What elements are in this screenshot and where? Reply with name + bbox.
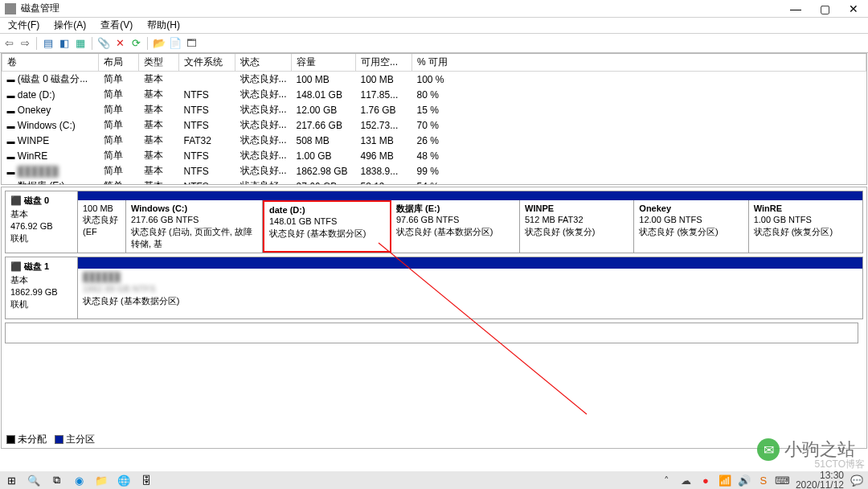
menu-file[interactable]: 文件(F) [5,18,43,32]
disk-layout-area: ⬛ 磁盘 0 基本 476.92 GB 联机 100 MB状态良好 (EFWin… [1,187,867,449]
disk0-partition[interactable]: 数据库 (E:)97.66 GB NTFS状态良好 (基本数据分区) [391,200,520,253]
rescan-icon[interactable]: 📎 [96,36,111,51]
col-type[interactable]: 类型 [139,54,179,72]
tray-volume-icon[interactable]: 🔊 [738,474,751,487]
legend-primary-icon [55,435,63,444]
clock-date: 2020/11/12 [796,479,844,489]
separator [36,37,37,50]
disk1-partition[interactable]: ██████ 1862.98 GB NTFS 状态良好 (基本数据分区) [78,269,862,318]
maximize-button[interactable]: ▢ [810,0,839,18]
disk1-bar [78,257,862,269]
disk-mgmt-taskbar-icon[interactable]: 🗄 [140,474,153,487]
col-capacity[interactable]: 容量 [292,54,356,72]
disk1-part-line1: 1862.98 GB NTFS [83,284,156,294]
tray-app-icon[interactable]: S [757,474,770,487]
separator [92,37,92,50]
disk1-kind: 基本 [10,275,28,285]
view-list-icon[interactable]: ▦ [73,36,88,51]
edge-icon[interactable]: ◉ [72,474,85,487]
disk0-kind: 基本 [10,209,28,219]
disk1-state: 联机 [10,299,28,309]
taskbar: ⊞ 🔍 ⧉ ◉ 📁 🌐 🗄 ˄ ☁ ● 📶 🔊 S ⌨ 13:30 2020/1… [0,471,868,489]
volume-row[interactable]: ▬ (磁盘 0 磁盘分...简单基本状态良好...100 MB100 MB100… [2,72,866,88]
delete-icon[interactable]: ✕ [113,36,127,51]
disk-row-0[interactable]: ⬛ 磁盘 0 基本 476.92 GB 联机 100 MB状态良好 (EFWin… [5,191,863,253]
title-bar: 磁盘管理 — ▢ ✕ [0,0,868,18]
legend: 未分配 主分区 [6,433,95,446]
col-fs[interactable]: 文件系统 [179,54,235,72]
tray-wifi-icon[interactable]: 📶 [719,474,731,487]
help-icon[interactable]: 🗔 [184,36,199,51]
disk1-part-title: ██████ [83,272,121,281]
separator [147,37,148,50]
disk1-name: 磁盘 1 [24,261,49,271]
forward-icon[interactable]: ⇨ [18,36,32,51]
disk-empty-area [5,323,858,343]
window-title: 磁盘管理 [21,2,781,15]
disk-row-1[interactable]: ⬛ 磁盘 1 基本 1862.99 GB 联机 ██████ 1862.98 G… [5,257,863,319]
disk0-bar [78,191,862,200]
volume-row[interactable]: ▬ ██████简单基本NTFS状态良好...1862.98 GB1838.9.… [2,163,866,179]
disk-icon[interactable]: 📂 [152,36,166,51]
volume-row[interactable]: ▬ WINPE简单基本FAT32状态良好...508 MB131 MB26 % [2,133,866,148]
disk0-partition[interactable]: WINPE512 MB FAT32状态良好 (恢复分) [520,200,634,253]
disk0-state: 联机 [10,233,28,243]
col-status[interactable]: 状态 [235,54,292,72]
col-pct[interactable]: % 可用 [412,54,866,72]
disk1-size: 1862.99 GB [10,287,58,297]
disk0-partition[interactable]: Onekey12.00 GB NTFS状态良好 (恢复分区) [634,200,748,253]
tray-up-icon[interactable]: ˄ [661,474,674,487]
menu-help[interactable]: 帮助(H) [144,18,183,32]
back-icon[interactable]: ⇦ [2,36,16,51]
close-button[interactable]: ✕ [839,0,868,18]
volume-list[interactable]: 卷 布局 类型 文件系统 状态 容量 可用空... % 可用 ▬ (磁盘 0 磁… [1,53,867,185]
menu-bar: 文件(F) 操作(A) 查看(V) 帮助(H) [0,18,868,34]
volume-row[interactable]: ▬ WinRE简单基本NTFS状态良好...1.00 GB496 MB48 % [2,148,866,163]
minimize-button[interactable]: — [781,0,810,18]
tray-ime-icon[interactable]: ⌨ [776,474,789,487]
wechat-icon: ✉ [757,438,780,461]
col-free[interactable]: 可用空... [356,54,412,72]
clock[interactable]: 13:30 2020/11/12 [796,471,844,489]
menu-action[interactable]: 操作(A) [51,18,89,32]
col-layout[interactable]: 布局 [99,54,139,72]
toolbar: ⇦ ⇨ ▤ ◧ ▦ 📎 ✕ ⟳ 📂 📄 🗔 [0,34,868,53]
disk0-partition[interactable]: WinRE1.00 GB NTFS状态良好 (恢复分区) [749,200,862,253]
menu-view[interactable]: 查看(V) [97,18,136,32]
start-icon[interactable]: ⊞ [5,474,18,487]
tray-cloud-icon[interactable]: ☁ [680,474,693,487]
view-icon[interactable]: ▤ [41,36,55,51]
volume-row[interactable]: ▬ Onekey简单基本NTFS状态良好...12.00 GB1.76 GB15… [2,102,866,117]
refresh-icon[interactable]: ⟳ [129,36,143,51]
show-console-icon[interactable]: ◧ [57,36,72,51]
app-icon [5,3,16,14]
legend-primary: 主分区 [66,434,95,445]
disk-header-1: ⬛ 磁盘 1 基本 1862.99 GB 联机 [6,257,78,318]
chrome-icon[interactable]: 🌐 [117,474,130,487]
volume-row[interactable]: ▬ date (D:)简单基本NTFS状态良好...148.01 GB117.8… [2,87,866,102]
disk0-name: 磁盘 0 [24,195,49,205]
legend-unalloc: 未分配 [18,434,47,445]
volume-row[interactable]: ▬ Windows (C:)简单基本NTFS状态良好...217.66 GB15… [2,117,866,133]
volume-list-header: 卷 布局 类型 文件系统 状态 容量 可用空... % 可用 [2,54,866,72]
disk0-partition[interactable]: 100 MB状态良好 (EF [78,200,126,253]
col-volume[interactable]: 卷 [2,54,99,72]
search-icon[interactable]: 🔍 [27,474,40,487]
task-view-icon[interactable]: ⧉ [50,474,63,487]
explorer-icon[interactable]: 📁 [95,474,108,487]
volume-row[interactable]: ▬ 数据库 (E:)简单基本NTFS状态良好...97.66 GB53.19 .… [2,179,866,185]
disk1-part-line2: 状态良好 (基本数据分区) [83,296,179,306]
disk0-partition[interactable]: Windows (C:)217.66 GB NTFS状态良好 (启动, 页面文件… [126,200,263,253]
notifications-icon[interactable]: 💬 [850,474,863,487]
disk0-partition[interactable]: date (D:)148.01 GB NTFS状态良好 (基本数据分区) [263,200,391,253]
disk-header-0: ⬛ 磁盘 0 基本 476.92 GB 联机 [6,191,78,253]
tray-red-icon[interactable]: ● [699,474,712,487]
disk0-size: 476.92 GB [10,221,53,231]
properties-icon[interactable]: 📄 [168,36,182,51]
legend-unalloc-icon [6,435,15,444]
